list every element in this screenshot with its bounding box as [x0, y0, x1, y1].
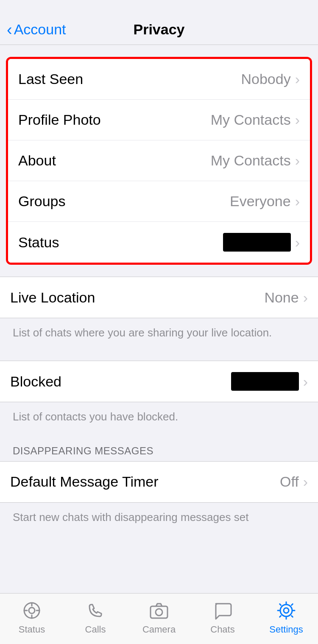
about-value: My Contacts › [211, 152, 300, 169]
groups-chevron-icon: › [295, 193, 300, 210]
svg-rect-6 [151, 606, 167, 618]
blocked-description: List of contacts you have blocked. [0, 402, 318, 433]
last-seen-value: Nobody › [241, 71, 300, 87]
svg-point-1 [29, 608, 35, 613]
blocked-value: › [231, 372, 308, 391]
calls-tab-label: Calls [85, 624, 106, 635]
default-message-timer-row[interactable]: Default Message Timer Off › [0, 462, 318, 502]
blocked-label: Blocked [10, 373, 61, 390]
svg-point-8 [284, 608, 289, 613]
status-privacy-label: Status [18, 234, 59, 251]
status-chevron-icon: › [295, 234, 300, 251]
back-button[interactable]: ‹ Account [7, 21, 66, 38]
last-seen-label: Last Seen [18, 71, 83, 87]
camera-tab-label: Camera [142, 624, 176, 635]
live-location-label: Live Location [10, 289, 95, 306]
svg-point-9 [280, 605, 292, 616]
blocked-row[interactable]: Blocked › [0, 361, 318, 402]
tab-bar: Status Calls Camera Chats [0, 593, 318, 644]
last-seen-chevron-icon: › [295, 71, 300, 87]
default-message-timer-label: Default Message Timer [10, 473, 159, 490]
back-chevron-icon: ‹ [7, 22, 12, 38]
svg-point-7 [156, 609, 162, 616]
live-location-chevron-icon: › [303, 289, 308, 306]
live-location-section: Live Location None › [0, 277, 318, 318]
about-chevron-icon: › [295, 152, 300, 169]
tab-calls[interactable]: Calls [74, 599, 117, 635]
camera-tab-icon [148, 599, 170, 622]
last-seen-row[interactable]: Last Seen Nobody › [8, 59, 310, 100]
profile-photo-row[interactable]: Profile Photo My Contacts › [8, 100, 310, 140]
status-row[interactable]: Status › [8, 222, 310, 263]
blocked-section: Blocked › [0, 361, 318, 402]
disappearing-messages-section: DISAPPEARING MESSAGES Default Message Ti… [0, 445, 318, 533]
calls-tab-icon [84, 599, 106, 622]
about-row[interactable]: About My Contacts › [8, 140, 310, 181]
live-location-description: List of chats where you are sharing your… [0, 318, 318, 349]
status-tab-label: Status [19, 624, 45, 635]
status-tab-icon [21, 599, 43, 622]
live-location-value: None › [264, 289, 308, 306]
status-privacy-value: › [223, 233, 300, 252]
groups-value: Everyone › [230, 193, 300, 210]
header: ‹ Account Privacy [0, 0, 318, 45]
settings-tab-label: Settings [269, 624, 303, 635]
page-title: Privacy [134, 21, 185, 38]
disappearing-messages-section-label: DISAPPEARING MESSAGES [0, 445, 318, 461]
blocked-redacted-block [231, 372, 299, 391]
tab-chats[interactable]: Chats [201, 599, 244, 635]
disappearing-messages-group: Default Message Timer Off › [0, 461, 318, 503]
tab-camera[interactable]: Camera [138, 599, 180, 635]
chats-tab-label: Chats [210, 624, 234, 635]
tab-status[interactable]: Status [11, 599, 53, 635]
profile-photo-label: Profile Photo [18, 112, 101, 128]
privacy-highlight-section: Last Seen Nobody › Profile Photo My Cont… [6, 57, 312, 265]
tab-settings[interactable]: Settings [265, 599, 307, 635]
groups-label: Groups [18, 193, 66, 210]
settings-tab-icon [275, 599, 297, 622]
blocked-chevron-icon: › [303, 373, 308, 390]
default-message-timer-value: Off › [280, 473, 308, 490]
chats-tab-icon [212, 599, 234, 622]
live-location-row[interactable]: Live Location None › [0, 277, 318, 318]
back-label: Account [14, 21, 66, 38]
about-label: About [18, 152, 56, 169]
profile-photo-value: My Contacts › [211, 112, 300, 128]
status-redacted-block [223, 233, 291, 252]
profile-photo-chevron-icon: › [295, 112, 300, 128]
default-message-timer-chevron-icon: › [303, 473, 308, 490]
groups-row[interactable]: Groups Everyone › [8, 181, 310, 222]
disappearing-messages-description: Start new chats with disappearing messag… [0, 503, 318, 533]
